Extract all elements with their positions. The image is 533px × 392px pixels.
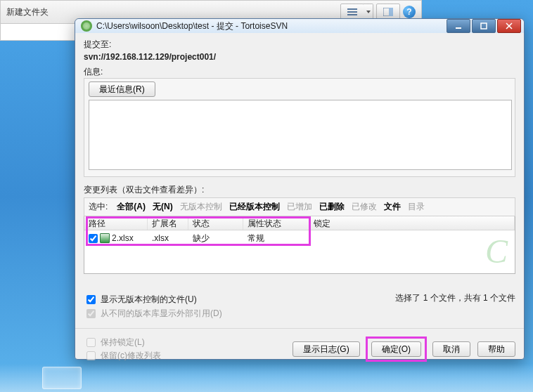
svg-rect-6 — [481, 23, 487, 29]
show-unversioned-checkbox[interactable]: 显示无版本控制的文件(U) — [84, 293, 395, 306]
xlsx-icon — [100, 233, 110, 243]
filter-files[interactable]: 文件 — [384, 201, 401, 213]
show-externals-input — [86, 309, 96, 318]
col-prop[interactable]: 属性状态 — [243, 216, 309, 230]
col-lock[interactable]: 锁定 — [309, 216, 515, 230]
table-row[interactable]: 2.xlsx .xlsx 缺少 常规 — [84, 230, 515, 246]
show-unversioned-input[interactable] — [86, 295, 96, 304]
commit-dialog: C:\Users\wilsoon\Desktop\test - 提交 - Tor… — [75, 18, 525, 360]
col-path[interactable]: 路径 — [84, 216, 148, 230]
filter-deleted[interactable]: 已删除 — [319, 201, 345, 213]
message-label: 信息: — [84, 66, 515, 78]
show-unversioned-label: 显示无版本控制的文件(U) — [101, 294, 197, 306]
keep-locks-checkbox: 保持锁定(L) — [84, 336, 293, 349]
file-list-header[interactable]: 路径 扩展名 状态 属性状态 锁定 — [84, 216, 515, 230]
svg-rect-5 — [456, 27, 461, 29]
col-ext[interactable]: 扩展名 — [148, 216, 188, 230]
help-button[interactable]: 帮助 — [477, 341, 515, 357]
row-filename: 2.xlsx — [112, 233, 134, 243]
maximize-button[interactable] — [472, 19, 496, 33]
show-externals-checkbox: 从不同的版本库显示外部引用(D) — [84, 307, 395, 320]
tortoisesvn-icon — [81, 20, 92, 32]
selection-status: 选择了 1 个文件，共有 1 个文件 — [395, 292, 515, 304]
close-button[interactable] — [497, 19, 521, 33]
row-status: 缺少 — [188, 233, 243, 244]
filter-versioned[interactable]: 已经版本控制 — [229, 201, 280, 213]
help-icon[interactable]: ? — [403, 6, 416, 18]
window-title: C:\Users\wilsoon\Desktop\test - 提交 - Tor… — [96, 20, 288, 32]
commit-message-input[interactable] — [89, 100, 512, 170]
row-ext: .xlsx — [148, 233, 188, 243]
commit-to-label: 提交至: — [84, 39, 515, 51]
minimize-button[interactable] — [447, 19, 470, 33]
annotation-ok-highlight: 确定(O) — [366, 337, 427, 362]
filter-selected-label: 选中: — [89, 201, 108, 213]
changes-header: 变更列表（双击文件查看差异）: — [84, 184, 515, 196]
cancel-button[interactable]: 取消 — [432, 341, 470, 357]
keep-changelist-label: 保留(c)修改列表 — [101, 350, 161, 362]
taskbar-item[interactable] — [42, 367, 82, 389]
filter-unversioned: 无版本控制 — [180, 201, 222, 213]
show-externals-label: 从不同的版本库显示外部引用(D) — [101, 308, 222, 320]
file-list[interactable]: 路径 扩展名 状态 属性状态 锁定 2.xlsx .xlsx 缺少 常规 C — [84, 216, 515, 274]
ok-button[interactable]: 确定(O) — [371, 341, 421, 357]
svg-rect-2 — [347, 14, 357, 15]
filter-modified: 已修改 — [352, 201, 377, 213]
row-prop: 常规 — [243, 233, 309, 244]
col-status[interactable]: 状态 — [188, 216, 243, 230]
svg-rect-0 — [347, 8, 357, 10]
svg-rect-4 — [389, 8, 393, 16]
row-checkbox[interactable] — [89, 234, 98, 243]
taskbar — [0, 364, 533, 392]
titlebar[interactable]: C:\Users\wilsoon\Desktop\test - 提交 - Tor… — [75, 19, 524, 33]
filter-bar: 选中: 全部(A) 无(N) 无版本控制 已经版本控制 已增加 已删除 已修改 … — [84, 197, 515, 216]
show-log-button[interactable]: 显示日志(G) — [293, 341, 359, 357]
svg-rect-1 — [347, 11, 357, 13]
filter-dirs: 目录 — [408, 201, 425, 213]
new-folder-button[interactable]: 新建文件夹 — [6, 6, 49, 18]
recent-messages-button[interactable]: 最近信息(R) — [89, 81, 155, 97]
filter-none[interactable]: 无(N) — [153, 201, 173, 213]
filter-added: 已增加 — [287, 201, 312, 213]
keep-changelist-input — [86, 351, 96, 360]
keep-changelist-checkbox: 保留(c)修改列表 — [84, 349, 293, 362]
keep-locks-input — [86, 338, 96, 347]
commit-url: svn://192.168.112.129/project001/ — [84, 52, 515, 62]
filter-all[interactable]: 全部(A) — [117, 201, 146, 213]
keep-locks-label: 保持锁定(L) — [101, 337, 145, 348]
